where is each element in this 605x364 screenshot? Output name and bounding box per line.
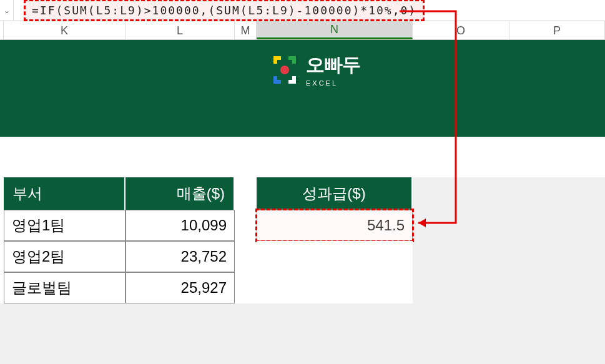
cell-sales[interactable]: 10,099 bbox=[125, 210, 235, 241]
table-header: 부서 매출($) 성과급($) bbox=[0, 177, 605, 210]
column-header-p[interactable]: P bbox=[509, 21, 605, 39]
cell-gap bbox=[235, 241, 257, 272]
logo: 오빠두 EXCEL bbox=[270, 52, 360, 87]
cell-sales[interactable]: 23,752 bbox=[125, 241, 235, 272]
banner: 오빠두 EXCEL bbox=[0, 40, 605, 137]
cell-gap bbox=[235, 272, 257, 303]
formula-dropdown[interactable]: ⌄ bbox=[0, 0, 14, 21]
table-row: 영업2팀 23,752 bbox=[0, 241, 605, 272]
cell-bonus-result[interactable]: 541.5 bbox=[257, 210, 413, 241]
formula-bar: ⌄ =IF(SUM(L5:L9)>100000,(SUM(L5:L9)-1000… bbox=[0, 0, 605, 21]
cell-dept[interactable]: 글로벌팀 bbox=[4, 272, 125, 303]
bonus-value: 541.5 bbox=[367, 217, 405, 234]
cell-dept[interactable]: 영업2팀 bbox=[4, 241, 125, 272]
cell-bonus[interactable] bbox=[257, 241, 413, 272]
logo-main-text: 오빠두 bbox=[306, 52, 360, 78]
cell-sales[interactable]: 25,927 bbox=[125, 272, 235, 303]
svg-point-0 bbox=[280, 66, 289, 74]
column-header-n[interactable]: N bbox=[257, 21, 413, 39]
logo-icon bbox=[270, 55, 300, 85]
formula-input[interactable]: =IF(SUM(L5:L9)>100000,(SUM(L5:L9)-100000… bbox=[24, 0, 425, 21]
cell-dept[interactable]: 영업1팀 bbox=[4, 210, 125, 241]
logo-text: 오빠두 EXCEL bbox=[306, 52, 360, 87]
column-header-l[interactable]: L bbox=[125, 21, 235, 39]
header-bonus[interactable]: 성과급($) bbox=[257, 177, 413, 210]
column-header-m[interactable]: M bbox=[235, 21, 257, 39]
table-row: 영업1팀 10,099 541.5 bbox=[0, 210, 605, 241]
header-dept[interactable]: 부서 bbox=[4, 177, 125, 210]
header-gap bbox=[235, 177, 257, 210]
empty-row bbox=[0, 137, 605, 177]
table-row: 글로벌팀 25,927 bbox=[0, 272, 605, 303]
column-header-k[interactable]: K bbox=[4, 21, 125, 39]
logo-sub-text: EXCEL bbox=[306, 79, 360, 87]
cell-gap bbox=[235, 210, 257, 241]
column-header-o[interactable]: O bbox=[413, 21, 509, 39]
header-sales[interactable]: 매출($) bbox=[125, 177, 235, 210]
cell-bonus[interactable] bbox=[257, 272, 413, 303]
column-headers: K L M N O P bbox=[0, 21, 605, 40]
